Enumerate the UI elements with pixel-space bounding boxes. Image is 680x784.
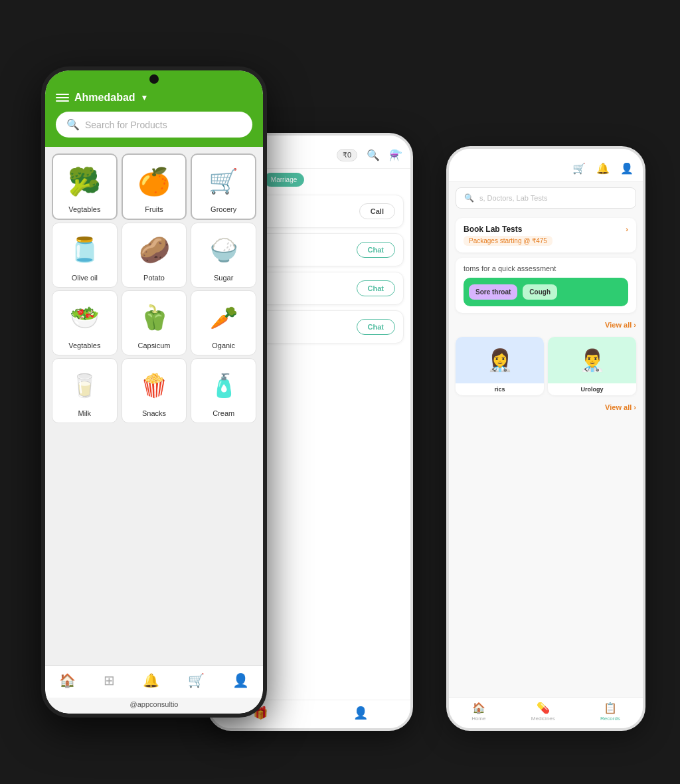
chevron-down-icon[interactable]: ▼ bbox=[141, 93, 149, 102]
product-name-grocery: Grocery bbox=[211, 205, 236, 213]
doctor-card-1[interactable]: 👩‍⚕️ rics bbox=[456, 337, 544, 395]
symptom-chip-cough[interactable]: Cough bbox=[523, 284, 557, 300]
cart-icon[interactable]: 🛒 bbox=[572, 162, 586, 175]
phone3-header: 🛒 🔔 👤 bbox=[449, 149, 643, 182]
tab-marriage[interactable]: Marriage bbox=[264, 173, 304, 187]
doctor-specialty-2: Urology bbox=[548, 383, 636, 395]
nav-grid[interactable]: ⊞ bbox=[104, 672, 115, 688]
phone2-filter-icon[interactable]: ⚗️ bbox=[389, 149, 402, 161]
product-row-1: 🥦 Vegtables 🍊 Fruits 🛒 G bbox=[52, 153, 256, 220]
product-name-milk: Milk bbox=[78, 409, 92, 417]
location-bar: Ahmedabad ▼ bbox=[56, 92, 252, 104]
nav-medicines[interactable]: 💊 Medicines bbox=[531, 702, 555, 722]
product-potato[interactable]: 🥔 Potato bbox=[122, 223, 187, 288]
product-name-snacks: Snacks bbox=[142, 409, 166, 417]
product-vegetables-2[interactable]: 🥗 Vegtables bbox=[52, 290, 118, 355]
product-name-cream: Cream bbox=[212, 409, 234, 417]
phone2-search-icon[interactable]: 🔍 bbox=[367, 149, 380, 161]
view-all-symptoms[interactable]: View all › bbox=[456, 318, 636, 332]
search-icon: 🔍 bbox=[464, 193, 474, 203]
search-placeholder-text: Search for Products bbox=[85, 120, 167, 130]
scene: 🛒 🔔 👤 🔍 s, Doctors, Lab Tests Book Lab T… bbox=[21, 40, 659, 744]
product-milk[interactable]: 🥛 Milk bbox=[52, 358, 118, 423]
phone1-notch bbox=[149, 74, 159, 84]
product-grocery[interactable]: 🛒 Grocery bbox=[191, 153, 256, 220]
lab-tests-card[interactable]: Book Lab Tests › Packages starting @ ₹47… bbox=[456, 218, 636, 252]
currency-badge: ₹0 bbox=[337, 149, 357, 161]
symptom-chips-container: Sore throat Cough bbox=[464, 278, 628, 306]
product-fruits[interactable]: 🍊 Fruits bbox=[122, 153, 187, 220]
product-vegetables[interactable]: 🥦 Vegtables bbox=[52, 153, 118, 220]
product-olive-oil[interactable]: 🫙 Olive oil bbox=[52, 223, 118, 288]
product-sugar[interactable]: 🍚 Sugar bbox=[191, 223, 256, 288]
nav-home[interactable]: 🏠 Home bbox=[471, 702, 485, 722]
chat-btn-4[interactable]: Chat bbox=[357, 319, 395, 335]
product-name-vegetables-2: Vegtables bbox=[68, 342, 100, 349]
product-name-sugar: Sugar bbox=[214, 274, 233, 282]
bell-icon[interactable]: 🔔 bbox=[596, 162, 610, 175]
nav-home[interactable]: 🏠 bbox=[59, 672, 76, 688]
phone1-search-bar[interactable]: 🔍 Search for Products bbox=[56, 112, 252, 138]
call-btn-1[interactable]: Call bbox=[359, 203, 395, 219]
doctor-img-1: 👩‍⚕️ bbox=[456, 337, 544, 383]
product-name-olive-oil: Olive oil bbox=[72, 274, 98, 282]
doctor-card-2[interactable]: 👨‍⚕️ Urology bbox=[548, 337, 636, 395]
product-row-4: 🥛 Milk 🍿 Snacks 🧴 Cream bbox=[52, 358, 256, 423]
p2-nav-user[interactable]: 👤 bbox=[353, 706, 368, 720]
product-capsicum[interactable]: 🫑 Capsicum bbox=[122, 290, 187, 355]
doctor-row: 👩‍⚕️ rics 👨‍⚕️ Urology bbox=[456, 337, 636, 395]
product-row-2: 🫙 Olive oil 🥔 Potato 🍚 S bbox=[52, 223, 256, 288]
symptom-chip-sore-throat[interactable]: Sore throat bbox=[469, 284, 517, 300]
chat-btn-2[interactable]: Chat bbox=[357, 242, 395, 258]
phone3-bottom-nav: 🏠 Home 💊 Medicines 📋 Records bbox=[449, 697, 643, 728]
search-placeholder-text: s, Doctors, Lab Tests bbox=[479, 194, 548, 202]
user-icon[interactable]: 👤 bbox=[620, 162, 634, 175]
hamburger-icon[interactable] bbox=[56, 94, 69, 102]
product-cream[interactable]: 🧴 Cream bbox=[191, 358, 256, 423]
product-name-capsicum: Capsicum bbox=[138, 342, 171, 349]
phone3-content: Book Lab Tests › Packages starting @ ₹47… bbox=[449, 214, 643, 697]
lab-subtitle: Packages starting @ ₹475 bbox=[464, 236, 552, 246]
nav-profile[interactable]: 👤 bbox=[232, 672, 249, 688]
city-name[interactable]: Ahmedabad bbox=[74, 92, 135, 104]
phone1: Ahmedabad ▼ 🔍 Search for Products 🥦 Vegt… bbox=[41, 66, 267, 718]
product-name-fruits: Fruits bbox=[145, 205, 163, 213]
symptom-title: toms for a quick assessment bbox=[464, 264, 628, 272]
product-organic[interactable]: 🥕 Oganic bbox=[191, 290, 256, 355]
search-icon: 🔍 bbox=[66, 118, 80, 131]
product-grid: 🥦 Vegtables 🍊 Fruits 🛒 G bbox=[45, 147, 263, 665]
watermark: @appconsultio bbox=[45, 698, 263, 714]
product-name-organic: Oganic bbox=[212, 342, 235, 349]
symptom-section: toms for a quick assessment Sore throat … bbox=[456, 258, 636, 313]
doctor-img-2: 👨‍⚕️ bbox=[548, 337, 636, 383]
chat-btn-3[interactable]: Chat bbox=[357, 280, 395, 296]
phone3-search-bar[interactable]: 🔍 s, Doctors, Lab Tests bbox=[456, 187, 636, 209]
nav-bell[interactable]: 🔔 bbox=[143, 672, 159, 688]
phone3: 🛒 🔔 👤 🔍 s, Doctors, Lab Tests Book Lab T… bbox=[446, 146, 645, 731]
product-name-vegetables: Vegtables bbox=[68, 205, 100, 213]
view-all-doctors[interactable]: View all › bbox=[456, 401, 636, 414]
nav-records[interactable]: 📋 Records bbox=[600, 702, 620, 722]
product-name-potato: Potato bbox=[143, 274, 165, 282]
phone1-bottom-nav: 🏠 ⊞ 🔔 🛒 👤 bbox=[45, 665, 263, 698]
nav-cart[interactable]: 🛒 bbox=[188, 672, 205, 688]
product-row-3: 🥗 Vegtables 🫑 Capsicum 🥕 bbox=[52, 290, 256, 355]
product-snacks[interactable]: 🍿 Snacks bbox=[122, 358, 187, 423]
doctor-specialty-1: rics bbox=[456, 383, 544, 395]
lab-title: Book Lab Tests › bbox=[464, 225, 628, 234]
